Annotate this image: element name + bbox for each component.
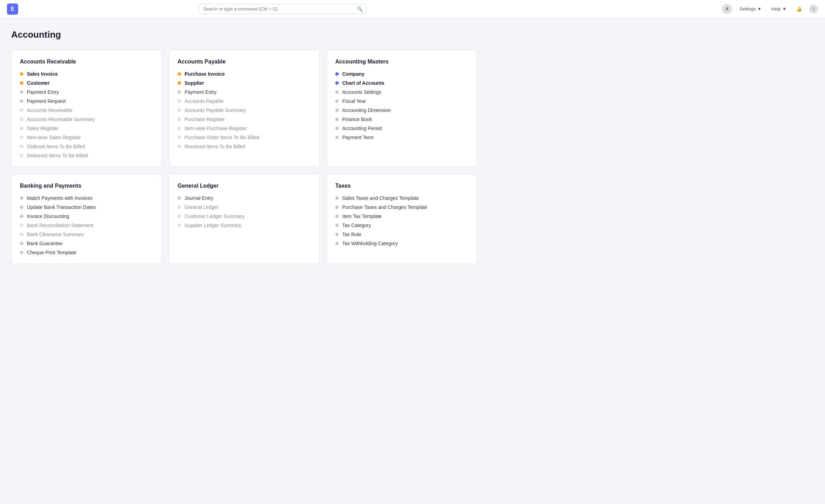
list-item[interactable]: Customer Ledger Summary	[178, 213, 311, 219]
dot-indicator	[335, 72, 339, 76]
list-item[interactable]: Purchase Taxes and Charges Template	[335, 204, 468, 210]
card-title-accounts-receivable: Accounts Receivable	[20, 59, 153, 65]
list-item[interactable]: Match Payments with Invoices	[20, 195, 153, 201]
dot-indicator	[335, 127, 339, 130]
list-item[interactable]: Chart of Accounts	[335, 80, 468, 86]
list-item[interactable]: Supplier Ledger Summary	[178, 223, 311, 228]
dot-indicator	[178, 118, 181, 121]
item-label: Accounting Period	[342, 126, 382, 131]
list-item[interactable]: Accounting Dimension	[335, 107, 468, 113]
item-label: Accounts Settings	[342, 89, 381, 95]
list-item[interactable]: Sales Taxes and Charges Template	[335, 195, 468, 201]
notifications-button[interactable]: 🔔	[794, 5, 805, 13]
navbar: E 🔍 A Settings ▼ Help ▼ 🔔 0	[0, 0, 825, 18]
list-item[interactable]: Purchase Invoice	[178, 71, 311, 77]
dot-indicator	[335, 233, 339, 236]
list-item[interactable]: Payment Entry	[178, 89, 311, 95]
dot-indicator	[20, 136, 23, 139]
list-item[interactable]: Received Items To Be Billed	[178, 144, 311, 149]
list-item[interactable]: Item Tax Template	[335, 213, 468, 219]
list-item[interactable]: Accounts Payable Summary	[178, 107, 311, 113]
help-button[interactable]: Help ▼	[768, 5, 789, 13]
list-item[interactable]: Bank Clearance Summary	[20, 232, 153, 237]
navbar-right: A Settings ▼ Help ▼ 🔔 0	[722, 4, 818, 14]
dot-indicator	[20, 145, 23, 148]
card-list-banking-payments: Match Payments with InvoicesUpdate Bank …	[20, 195, 153, 255]
list-item[interactable]: Delivered Items To Be Billed	[20, 153, 153, 158]
list-item[interactable]: Journal Entry	[178, 195, 311, 201]
list-item[interactable]: Tax Rule	[335, 232, 468, 237]
dot-indicator	[335, 196, 339, 200]
list-item[interactable]: Ordered Items To Be Billed	[20, 144, 153, 149]
dot-indicator	[178, 81, 181, 85]
dot-indicator	[20, 242, 23, 245]
dot-indicator	[178, 215, 181, 218]
item-label: Bank Clearance Summary	[27, 232, 84, 237]
list-item[interactable]: Accounts Receivable Summary	[20, 116, 153, 122]
list-item[interactable]: Payment Entry	[20, 89, 153, 95]
item-label: Chart of Accounts	[342, 80, 384, 86]
card-accounting-masters: Accounting MastersCompanyChart of Accoun…	[327, 50, 477, 167]
list-item[interactable]: Supplier	[178, 80, 311, 86]
dot-indicator	[178, 145, 181, 148]
list-item[interactable]: Bank Guarantee	[20, 241, 153, 246]
list-item[interactable]: General Ledger	[178, 204, 311, 210]
item-label: Journal Entry	[185, 195, 213, 201]
list-item[interactable]: Accounting Period	[335, 126, 468, 131]
item-label: Bank Guarantee	[27, 241, 62, 246]
item-label: Sales Register	[27, 126, 59, 131]
card-title-general-ledger: General Ledger	[178, 183, 311, 189]
list-item[interactable]: Cheque Print Template	[20, 250, 153, 255]
bell-icon: 🔔	[796, 6, 802, 12]
list-item[interactable]: Accounts Receivable	[20, 107, 153, 113]
card-banking-payments: Banking and PaymentsMatch Payments with …	[11, 174, 162, 264]
card-title-taxes: Taxes	[335, 183, 468, 189]
list-item[interactable]: Bank Reconciliation Statement	[20, 223, 153, 228]
list-item[interactable]: Item-wise Purchase Register	[178, 126, 311, 131]
item-label: Purchase Order Items To Be Billed	[185, 135, 260, 140]
item-label: Tax Withholding Category	[342, 241, 398, 246]
help-label: Help	[771, 6, 781, 12]
dot-indicator	[20, 127, 23, 130]
list-item[interactable]: Purchase Order Items To Be Billed	[178, 135, 311, 140]
avatar[interactable]: A	[722, 4, 732, 14]
item-label: Customer Ledger Summary	[185, 213, 245, 219]
list-item[interactable]: Invoice Discounting	[20, 213, 153, 219]
list-item[interactable]: Payment Request	[20, 98, 153, 104]
app-logo[interactable]: E	[7, 3, 18, 15]
dot-indicator	[20, 205, 23, 209]
list-item[interactable]: Update Bank Transaction Dates	[20, 204, 153, 210]
list-item[interactable]: Sales Invoice	[20, 71, 153, 77]
search-input[interactable]	[199, 4, 366, 14]
item-label: Update Bank Transaction Dates	[27, 204, 96, 210]
dot-indicator	[178, 224, 181, 227]
dot-indicator	[335, 242, 339, 245]
item-label: Supplier	[185, 80, 204, 86]
item-label: Company	[342, 71, 365, 77]
dot-indicator	[178, 72, 181, 76]
list-item[interactable]: Company	[335, 71, 468, 77]
list-item[interactable]: Purchase Register	[178, 116, 311, 122]
search-bar: 🔍	[199, 4, 366, 14]
list-item[interactable]: Accounts Payable	[178, 98, 311, 104]
card-title-accounting-masters: Accounting Masters	[335, 59, 468, 65]
list-item[interactable]: Tax Category	[335, 223, 468, 228]
settings-label: Settings	[739, 6, 756, 12]
item-label: Finance Book	[342, 116, 372, 122]
list-item[interactable]: Customer	[20, 80, 153, 86]
item-label: Received Items To Be Billed	[185, 144, 245, 149]
list-item[interactable]: Finance Book	[335, 116, 468, 122]
list-item[interactable]: Tax Withholding Category	[335, 241, 468, 246]
list-item[interactable]: Fiscal Year	[335, 98, 468, 104]
dot-indicator	[335, 118, 339, 121]
item-label: Match Payments with Invoices	[27, 195, 92, 201]
card-taxes: TaxesSales Taxes and Charges TemplatePur…	[327, 174, 477, 264]
list-item[interactable]: Item-wise Sales Register	[20, 135, 153, 140]
list-item[interactable]: Payment Term	[335, 135, 468, 140]
card-accounts-payable: Accounts PayablePurchase InvoiceSupplier…	[169, 50, 320, 167]
list-item[interactable]: Accounts Settings	[335, 89, 468, 95]
badge: 0	[809, 5, 818, 14]
settings-button[interactable]: Settings ▼	[736, 5, 764, 13]
list-item[interactable]: Sales Register	[20, 126, 153, 131]
item-label: Fiscal Year	[342, 98, 366, 104]
